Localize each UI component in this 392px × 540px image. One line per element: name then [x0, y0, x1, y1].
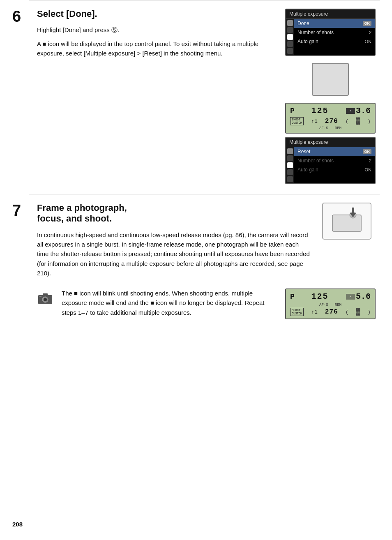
lcd-shoot-label-1: SHOOTCUSTOM [290, 117, 304, 125]
section-7: 7 Frame a photograph,focus, and shoot. I… [0, 194, 392, 282]
lcd-shoot-label-2: SHOOTCUSTOM [290, 308, 304, 316]
menu-row-gain-2-label: Auto gain [297, 167, 365, 173]
menu-row-shots-2-label: Number of shots [297, 158, 369, 164]
lcd-shutter-1: 125 [311, 106, 328, 115]
menu-row-gain-1-value: ON [365, 39, 372, 44]
step-6-content: Select [Done]. Highlight [Done] and pres… [33, 9, 281, 184]
shutter-svg [330, 207, 363, 235]
menu-row-reset: Reset OK [294, 147, 375, 156]
step-6-title: Select [Done]. [37, 9, 277, 19]
svg-rect-0 [332, 215, 361, 231]
lcd-top-2: P 125 ▪ / 5.6 [290, 292, 371, 301]
svg-rect-6 [43, 293, 48, 296]
step-7-body-2: The ■ icon will blink until shooting end… [62, 288, 277, 317]
svg-point-5 [44, 298, 47, 301]
menu-rows-2: Reset OK Number of shots 2 Auto gain ON [286, 147, 375, 183]
menu-row-shots-1: Number of shots 2 [294, 28, 375, 37]
lcd-shutter-2: 125 [311, 292, 328, 301]
step-7-title: Frame a photograph,focus, and shoot. [37, 203, 310, 224]
step-6-body-2: A ■ icon will be displayed in the top co… [37, 39, 277, 58]
lcd-multi-icon-1: ▪ [346, 108, 355, 114]
menu-row-reset-label: Reset [297, 149, 361, 155]
step-7-number: 7 [12, 203, 33, 282]
lcd-bottom-2: SHOOTCUSTOM ↑1 276 ( ▓ ) [290, 308, 371, 316]
step-6-body: Highlight [Done] and press Ⓢ. A ■ icon w… [37, 25, 277, 58]
menu-row-done: Done OK [294, 19, 375, 28]
lcd-display-1: P 125 ▪ 3.6 SHOOTCUSTOM ↑1 276 ( ▓ ) AF·… [285, 103, 376, 134]
menu-row-shots-1-label: Number of shots [297, 30, 369, 35]
menu-row-gain-1-label: Auto gain [297, 39, 365, 44]
section-7-right [314, 203, 380, 282]
camera-icon-svg [38, 293, 53, 305]
menu-screen-1: Multiple exposure Done [285, 9, 376, 56]
section-7-lower: The ■ icon will blink until shooting end… [0, 282, 392, 328]
menu-row-shots-2-value: 2 [369, 158, 371, 163]
ok-badge-1: OK [363, 21, 372, 26]
svg-rect-7 [39, 296, 42, 297]
page: 6 Select [Done]. Highlight [Done] and pr… [0, 0, 392, 540]
step-6-number: 6 [12, 9, 33, 184]
camera-side-icon [38, 293, 53, 307]
step-6-body-1: Highlight [Done] and press Ⓢ. [37, 25, 277, 35]
menu-screen-2: Multiple exposure Reset [285, 137, 376, 184]
lcd-display-2: P 125 ▪ / 5.6 AF·S REM SHOOTCUSTOM [285, 288, 376, 319]
lcd-shots-2: 276 [325, 308, 338, 316]
menu-row-shots-2: Number of shots 2 [294, 156, 375, 165]
menu-row-shots-1-value: 2 [369, 30, 371, 35]
step-7-content: Frame a photograph,focus, and shoot. In … [33, 203, 314, 282]
section-6: 6 Select [Done]. Highlight [Done] and pr… [0, 0, 392, 184]
step-7-body-1: In continuous high-speed and continuous … [37, 230, 310, 278]
page-number: 208 [12, 521, 23, 528]
menu-rows-1: Done OK Number of shots 2 Auto gain ON [286, 19, 375, 55]
lcd-aperture-2: 5.6 [356, 292, 371, 301]
section-7-lower-text: The ■ icon will blink until shooting end… [62, 288, 277, 317]
menu-row-gain-2-value: ON [365, 167, 372, 172]
menu-row-gain-2: Auto gain ON [294, 165, 375, 174]
ok-badge-2: OK [363, 149, 372, 154]
section-7-lower-screen: P 125 ▪ / 5.6 AF·S REM SHOOTCUSTOM [285, 288, 376, 319]
ok-button-container: OK [312, 61, 349, 98]
lcd-bottom-1: SHOOTCUSTOM ↑1 276 ( ▓ ) [290, 117, 371, 125]
shutter-illustration [322, 203, 371, 240]
lcd-battery-2: ▓ [356, 308, 360, 316]
lcd-multi-icon-2: ▪ / [346, 294, 355, 300]
menu-row-done-label: Done [297, 21, 361, 26]
step-7-body: In continuous high-speed and continuous … [37, 230, 310, 278]
menu-row-gain-1: Auto gain ON [294, 37, 375, 46]
lcd-aperture-1: 3.6 [356, 106, 371, 115]
menu-title-1: Multiple exposure [286, 9, 375, 19]
lcd-mode-2: P [290, 293, 295, 301]
lcd-shots-1: 276 [325, 118, 338, 125]
lcd-mode-1: P [290, 107, 295, 115]
menu-title-2: Multiple exposure [286, 138, 375, 147]
section-6-right: Multiple exposure Done [281, 9, 380, 184]
lcd-top-1: P 125 ▪ 3.6 [290, 106, 371, 115]
lcd-battery-1: ▓ [356, 118, 360, 125]
